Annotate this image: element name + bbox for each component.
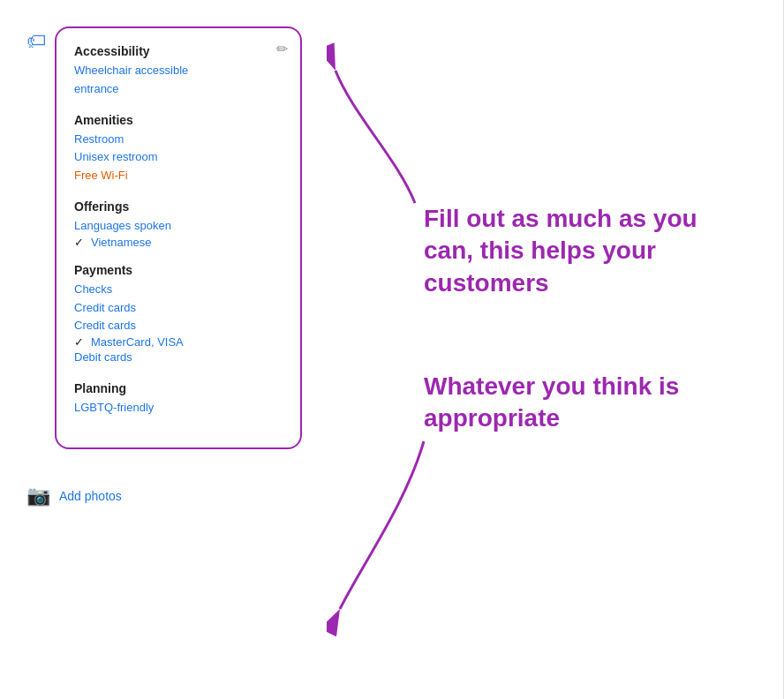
offerings-title: Offerings — [74, 199, 283, 214]
mastercard-visa-item: ✓ MasterCard, VISA — [74, 335, 283, 349]
languages-item: Languages spoken — [74, 217, 283, 236]
amenities-section: Amenities Restroom Unisex restroom Free … — [74, 113, 283, 185]
debit-cards-item: Debit cards — [74, 349, 283, 367]
arrow-1 — [335, 71, 415, 203]
planning-title: Planning — [74, 381, 283, 395]
payments-section: Payments Checks Credit cards Credit card… — [74, 263, 283, 367]
lgbtq-item: LGBTQ-friendly — [74, 399, 283, 417]
arrow-2 — [340, 441, 424, 609]
offerings-section: Offerings Languages spoken ✓ Vietnamese — [74, 199, 283, 249]
vietnamese-item: ✓ Vietnamese — [74, 236, 283, 249]
vietnamese-label: Vietnamese — [91, 236, 151, 249]
annotation-area: Fill out as much as you can, this helps … — [327, 0, 777, 699]
unisex-restroom-item: Unisex restroom — [74, 148, 283, 167]
arrows-svg — [327, 0, 777, 699]
mastercard-visa-label: MasterCard, VISA — [91, 335, 184, 349]
edit-icon[interactable]: ✏ — [276, 41, 288, 57]
payments-title: Payments — [74, 263, 283, 277]
annotation-text-1: Fill out as much as you can, this helps … — [424, 203, 715, 299]
credit-cards-item-1: Credit cards — [74, 299, 283, 318]
planning-section: Planning LGBTQ-friendly — [74, 381, 283, 417]
accessibility-section: Accessibility Wheelchair accessibleentra… — [74, 44, 283, 99]
camera-icon: 📷 — [26, 485, 50, 507]
wifi-item: Free Wi-Fi — [74, 167, 283, 185]
credit-cards-item-2: Credit cards — [74, 317, 283, 335]
check-icon-2: ✓ — [74, 335, 84, 349]
annotation-text-2: Whatever you think is appropriate — [424, 371, 742, 435]
check-icon: ✓ — [74, 236, 84, 249]
bottom-row: 📷 Add photos — [0, 485, 784, 507]
add-photos-link[interactable]: Add photos — [59, 489, 122, 503]
accessibility-title: Accessibility — [74, 44, 283, 58]
restroom-item: Restroom — [74, 131, 283, 149]
info-card: ✏ Accessibility Wheelchair accessibleent… — [55, 26, 302, 449]
tag-icon: 🏷 — [26, 30, 46, 53]
checks-item: Checks — [74, 281, 283, 299]
amenities-title: Amenities — [74, 113, 283, 127]
wheelchair-item: Wheelchair accessibleentrance — [74, 62, 283, 99]
